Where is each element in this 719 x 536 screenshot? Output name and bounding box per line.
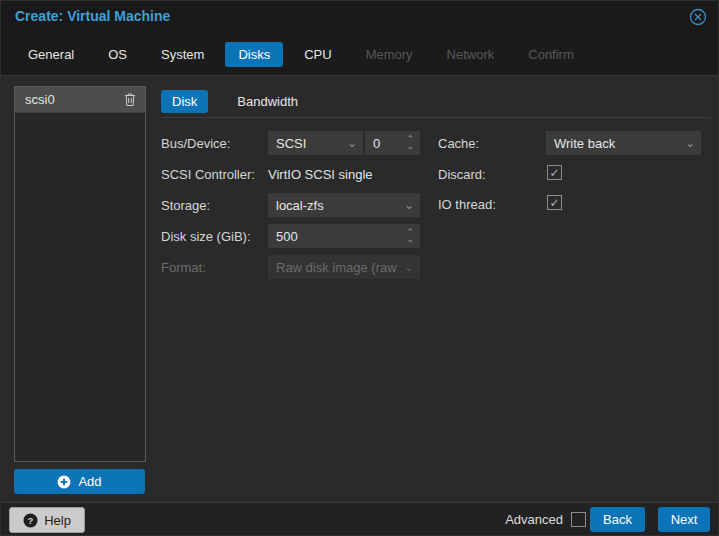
format-label: Format: [161,260,206,275]
inner-tab-separator [161,117,710,118]
chevron-down-icon: ⌄ [685,138,695,148]
tab-confirm: Confirm [515,42,587,67]
storage-label: Storage: [161,198,210,213]
chevron-down-icon: ⌄ [404,262,414,272]
tab-system[interactable]: System [148,42,217,67]
add-button-label: Add [78,474,101,489]
discard-checkbox[interactable] [547,165,562,180]
back-button[interactable]: Back [590,507,645,532]
dialog-footer: ? Help Advanced Back Next [1,502,718,535]
disk-list-panel: scsi0 [14,86,146,462]
tab-general[interactable]: General [15,42,87,67]
tab-os[interactable]: OS [95,42,140,67]
tab-disk[interactable]: Disk [161,90,208,113]
io-thread-checkbox[interactable] [547,195,562,210]
disk-size-label: Disk size (GiB): [161,229,251,244]
up-down-arrows-icon[interactable]: ⌃⌄ [406,229,414,243]
advanced-checkbox[interactable] [571,512,586,527]
help-button[interactable]: ? Help [9,507,85,533]
advanced-label: Advanced [505,512,563,527]
disk-item-label: scsi0 [25,92,123,107]
dialog-title: Create: Virtual Machine [15,8,170,24]
wizard-tab-bar: General OS System Disks CPU Memory Netwo… [15,39,587,69]
help-button-label: Help [44,513,71,528]
bus-device-label: Bus/Device: [161,136,230,151]
up-down-arrows-icon[interactable]: ⌃⌄ [406,136,414,150]
cache-select[interactable]: Write back ⌄ [546,131,701,155]
scsi-controller-label: SCSI Controller: [161,167,255,182]
discard-label: Discard: [438,167,486,182]
next-button[interactable]: Next [658,507,710,532]
disk-list-item-scsi0[interactable]: scsi0 [15,87,145,113]
tab-network: Network [434,42,508,67]
scsi-controller-value: VirtIO SCSI single [268,167,373,182]
inner-tab-bar: Disk Bandwidth [161,89,309,114]
chevron-down-icon: ⌄ [404,200,414,210]
svg-text:?: ? [28,515,34,526]
close-icon[interactable] [689,8,707,26]
tab-disks[interactable]: Disks [225,42,283,67]
question-circle-icon: ? [23,513,38,528]
chevron-down-icon: ⌄ [347,138,357,148]
disk-size-stepper[interactable]: 500 ⌃⌄ [268,224,420,248]
dialog-body: scsi0 Add Disk Bandwidth Bus/Device: SCS… [1,75,718,502]
io-thread-label: IO thread: [438,197,496,212]
create-vm-dialog: Create: Virtual Machine General OS Syste… [0,0,719,536]
format-select: Raw disk image (raw ⌄ [268,255,420,279]
tab-memory: Memory [353,42,426,67]
tab-cpu[interactable]: CPU [291,42,344,67]
plus-circle-icon [57,475,71,489]
cache-label: Cache: [438,136,479,151]
tab-bandwidth[interactable]: Bandwidth [226,90,309,113]
bus-device-number-stepper[interactable]: 0 ⌃⌄ [365,131,420,155]
dialog-titlebar: Create: Virtual Machine [1,1,718,31]
storage-select[interactable]: local-zfs ⌄ [268,193,420,217]
add-disk-button[interactable]: Add [14,469,145,494]
bus-device-select[interactable]: SCSI ⌄ [268,131,363,155]
trash-icon[interactable] [123,92,137,107]
